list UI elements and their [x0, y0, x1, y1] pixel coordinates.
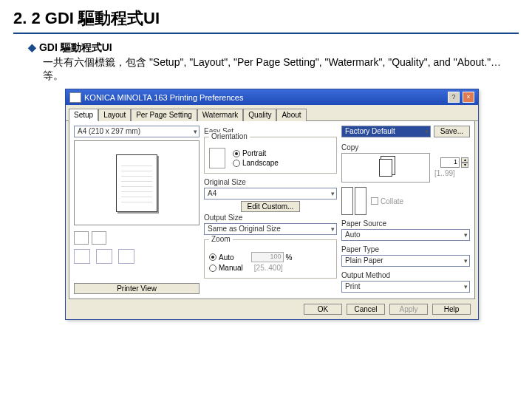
documents-icon: [379, 159, 392, 177]
tab-per-page-setting[interactable]: Per Page Setting: [131, 109, 197, 121]
copy-spinner-down[interactable]: ▾: [461, 163, 468, 168]
easyset-preset-dropdown[interactable]: Factory Default: [341, 126, 431, 137]
original-size-dropdown[interactable]: A4: [204, 188, 337, 200]
titlebar-help-button[interactable]: ?: [448, 92, 460, 103]
bullet-desc: 一共有六個標籤，包含 "Setup", "Layout", "Per Page …: [43, 56, 519, 83]
bullet-title: GDI 驅動程式UI: [28, 41, 519, 55]
zoom-manual-range: [25..400]: [254, 264, 283, 272]
tab-about[interactable]: About: [276, 109, 306, 121]
tab-layout[interactable]: Layout: [98, 109, 131, 121]
output-size-dropdown[interactable]: Same as Original Size: [204, 223, 337, 235]
orientation-landscape-radio[interactable]: Landscape: [233, 159, 279, 167]
copy-range-label: [1..99]: [434, 169, 468, 177]
layout-icon-2[interactable]: [96, 249, 112, 264]
orientation-label: Orientation: [209, 132, 250, 140]
orientation-landscape-label: Landscape: [242, 159, 279, 167]
original-size-label: Original Size: [204, 178, 337, 186]
zoom-group: Zoom Auto 100 % Manual [25..400]: [204, 239, 337, 279]
preview-mode-icon-2[interactable]: [92, 231, 106, 245]
dialog-button-bar: OK Cancel Apply Help: [66, 299, 478, 319]
titlebar: KONICA MINOLTA 163 Printing Preferences …: [66, 89, 478, 105]
help-button[interactable]: Help: [432, 304, 471, 315]
layout-icon-1[interactable]: [74, 249, 90, 264]
zoom-auto-value: 100: [251, 252, 284, 262]
printer-view-button[interactable]: Printer View: [74, 283, 200, 294]
app-icon: [69, 92, 81, 103]
copy-spinner-up[interactable]: ▴: [461, 157, 468, 163]
collate-label: Collate: [381, 197, 403, 205]
preview-mode-icon-1[interactable]: [74, 231, 89, 245]
paper-type-dropdown[interactable]: Plain Paper: [341, 255, 470, 267]
edit-custom-button[interactable]: Edit Custom...: [241, 201, 301, 212]
orientation-group: Orientation Portrait Landscape: [204, 137, 337, 174]
output-method-dropdown[interactable]: Print: [341, 281, 470, 293]
page-preview-page-icon: [116, 154, 157, 212]
tab-setup[interactable]: Setup: [69, 109, 98, 121]
zoom-pct-label: %: [286, 253, 293, 262]
tab-strip: Setup Layout Per Page Setting Watermark …: [66, 105, 478, 121]
paper-summary-dropdown[interactable]: A4 (210 x 297 mm): [74, 126, 200, 137]
dialog-title: KONICA MINOLTA 163 Printing Preferences: [84, 93, 243, 102]
collate-icon: [341, 187, 366, 215]
collate-checkbox[interactable]: Collate: [371, 197, 403, 205]
zoom-manual-radio[interactable]: Manual [25..400]: [209, 264, 332, 272]
orientation-portrait-label: Portrait: [242, 149, 266, 157]
zoom-manual-label: Manual: [219, 264, 243, 272]
page-preview: [74, 140, 200, 225]
tab-quality[interactable]: Quality: [243, 109, 276, 121]
output-size-label: Output Size: [204, 214, 337, 222]
apply-button[interactable]: Apply: [389, 304, 428, 315]
zoom-auto-radio[interactable]: Auto 100 %: [209, 252, 332, 262]
tab-watermark[interactable]: Watermark: [197, 109, 244, 121]
ok-button[interactable]: OK: [304, 304, 342, 315]
paper-type-label: Paper Type: [341, 245, 470, 253]
orientation-portrait-radio[interactable]: Portrait: [233, 149, 279, 157]
heading-underline: [13, 33, 519, 34]
orientation-icon: [209, 148, 225, 168]
easyset-save-button[interactable]: Save...: [434, 126, 470, 137]
paper-source-label: Paper Source: [341, 219, 470, 228]
copy-count-input[interactable]: 1: [440, 157, 460, 168]
zoom-label: Zoom: [209, 235, 233, 243]
output-method-label: Output Method: [341, 271, 470, 279]
zoom-auto-label: Auto: [219, 253, 234, 262]
titlebar-close-button[interactable]: ×: [463, 92, 474, 103]
layout-icon-3[interactable]: [118, 249, 134, 264]
copy-preview-icon: [341, 153, 430, 183]
printing-preferences-dialog: KONICA MINOLTA 163 Printing Preferences …: [65, 89, 479, 320]
cancel-button[interactable]: Cancel: [347, 304, 385, 315]
slide-heading: 2. 2 GDI 驅動程式UI: [13, 7, 519, 30]
paper-source-dropdown[interactable]: Auto: [341, 229, 470, 241]
copy-label: Copy: [341, 143, 470, 151]
